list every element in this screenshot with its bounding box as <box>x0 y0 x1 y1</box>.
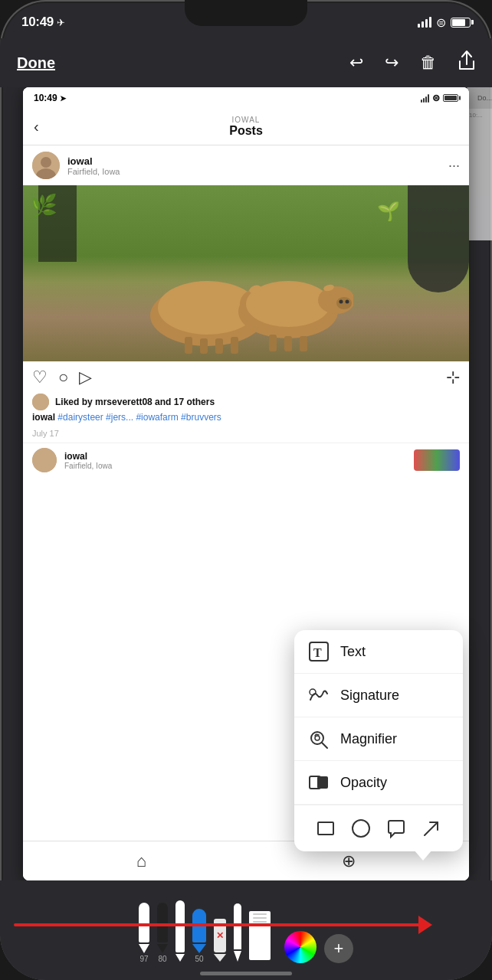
search-nav-button[interactable]: ⊕ <box>342 851 356 871</box>
post-left-actions: ♡ ○ ▷ <box>32 368 92 387</box>
undo-button[interactable]: ↩ <box>349 53 363 73</box>
second-post-username: iowal <box>64 451 112 462</box>
post-likes: Liked by mrseverett08 and 17 others <box>23 394 469 410</box>
inner-wifi-icon: ⊜ <box>432 93 440 103</box>
post-actions: ♡ ○ ▷ ⊹ <box>23 361 469 394</box>
liked-by-label: Liked by <box>55 397 93 407</box>
inner-status-time: 10:49 <box>34 93 57 103</box>
post-caption: iowal #dairysteer #jers... #iowafarm #br… <box>23 410 469 427</box>
signal-bars <box>418 17 431 28</box>
nav-title: IOWAL Posts <box>229 116 263 138</box>
second-post-info: iowal Fairfield, Iowa <box>64 451 112 470</box>
like-button[interactable]: ♡ <box>32 368 48 387</box>
svg-point-1 <box>41 157 51 168</box>
side-peek: Do... 10:... <box>466 87 492 240</box>
notch <box>185 0 307 26</box>
svg-point-13 <box>339 300 343 304</box>
share-post-button[interactable]: ▷ <box>79 368 92 387</box>
second-post-location: Fairfield, Iowa <box>64 462 112 470</box>
post-header: iowal Fairfield, Iowa ··· <box>23 145 469 185</box>
nav-title-sub: IOWAL <box>229 116 263 124</box>
tool-label-50: 50 <box>195 955 203 963</box>
toolbar-icons: ↩ ↪ 🗑 <box>349 51 475 75</box>
bookmark-button[interactable]: ⊹ <box>446 368 460 387</box>
inner-status-bar: 10:49 ➤ ⊜ <box>23 87 469 109</box>
arrow-tool[interactable] <box>418 815 445 842</box>
speech-bubble-tool[interactable] <box>382 815 410 842</box>
nav-title-main: Posts <box>229 124 263 138</box>
svg-text:T: T <box>313 646 322 659</box>
post-avatar <box>32 152 60 179</box>
popup-signature-item[interactable]: Signature <box>294 674 463 717</box>
inner-signal <box>421 94 429 103</box>
inner-status-icons: ⊜ <box>421 93 458 103</box>
svg-point-30 <box>315 736 320 740</box>
wifi-icon: ⊜ <box>436 15 446 30</box>
status-time: 10:49 <box>21 15 54 30</box>
svg-rect-23 <box>300 336 307 351</box>
popup-opacity-item[interactable]: Opacity <box>294 761 463 805</box>
inner-nav: ‹ IOWAL Posts <box>23 109 469 145</box>
post-image: 🌿 🌱 <box>23 185 469 361</box>
tool-label-80: 80 <box>158 955 166 963</box>
text-icon: T <box>308 641 330 662</box>
color-wheel-button[interactable] <box>284 931 317 963</box>
signature-icon <box>308 684 330 706</box>
popup-tail <box>414 850 432 861</box>
liked-user: mrseverett08 <box>95 397 153 407</box>
second-post-header: iowal Fairfield, Iowa <box>23 443 469 477</box>
svg-rect-22 <box>284 336 292 351</box>
home-nav-button[interactable]: ⌂ <box>136 851 146 871</box>
svg-point-34 <box>353 820 369 837</box>
inner-battery <box>443 94 458 102</box>
drawing-toolbar: 97 80 50 ✕ <box>0 880 492 980</box>
caption-username: iowal <box>32 412 55 423</box>
popup-magnifier-label: Magnifier <box>340 731 397 747</box>
color-preview <box>414 449 460 471</box>
tool-label-97: 97 <box>139 955 148 963</box>
share-button[interactable] <box>458 51 475 75</box>
post-username: iowal <box>67 155 441 167</box>
circle-tool[interactable] <box>347 815 375 842</box>
plus-icon: + <box>334 939 344 959</box>
tools-row: 97 80 50 ✕ <box>0 900 492 963</box>
popup-menu: T Text Signature <box>294 630 463 851</box>
comment-button[interactable]: ○ <box>58 368 68 387</box>
home-indicator <box>200 972 292 975</box>
opacity-icon <box>308 772 330 793</box>
svg-rect-18 <box>200 338 208 354</box>
post-date: July 17 <box>23 427 469 443</box>
popup-magnifier-item[interactable]: Magnifier <box>294 717 463 761</box>
redo-button[interactable]: ↪ <box>385 53 399 73</box>
popup-opacity-label: Opacity <box>340 775 387 791</box>
side-peek-label: Do... <box>477 94 492 102</box>
popup-signature-label: Signature <box>340 688 399 704</box>
status-icons: ⊜ <box>418 15 471 30</box>
svg-point-14 <box>346 300 349 304</box>
back-button[interactable]: ‹ <box>34 118 39 136</box>
svg-rect-33 <box>318 822 333 835</box>
svg-point-24 <box>32 394 49 410</box>
svg-point-25 <box>32 448 57 472</box>
done-button[interactable]: Done <box>17 54 55 72</box>
add-tool-button[interactable]: + <box>324 934 353 963</box>
editor-toolbar: Done ↩ ↪ 🗑 <box>0 38 492 87</box>
caption-hashtags: #dairysteer #jers... #iowafarm #bruvvers <box>57 412 221 423</box>
location-icon: ✈ <box>57 17 65 28</box>
popup-text-item[interactable]: T Text <box>294 630 463 674</box>
delete-button[interactable]: 🗑 <box>420 53 437 73</box>
popup-text-label: Text <box>340 644 366 660</box>
svg-rect-21 <box>269 335 277 351</box>
post-more-button[interactable]: ··· <box>448 158 460 174</box>
likes-text: Liked by mrseverett08 and 17 others <box>55 397 215 407</box>
svg-rect-32 <box>317 776 328 789</box>
svg-point-12 <box>336 297 352 309</box>
cow-svg <box>139 254 353 354</box>
post-location: Fairfield, Iowa <box>67 167 441 176</box>
svg-rect-19 <box>215 338 223 354</box>
shape-tools-row <box>294 805 463 851</box>
post-user-info: iowal Fairfield, Iowa <box>67 155 441 176</box>
inner-location-icon: ➤ <box>60 94 66 103</box>
svg-rect-17 <box>185 337 192 354</box>
rectangle-tool[interactable] <box>312 815 339 842</box>
